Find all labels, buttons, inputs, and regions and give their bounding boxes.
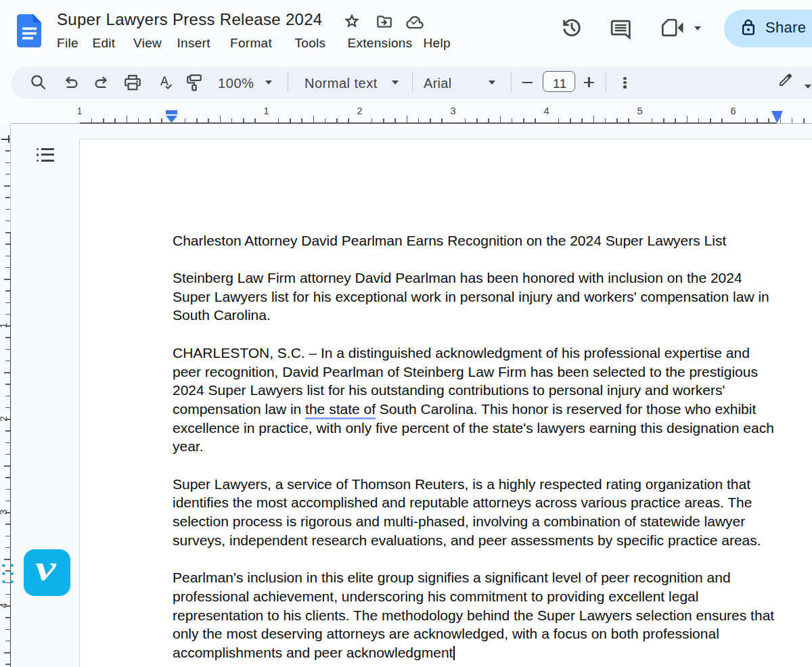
svg-text:1: 1 [0, 323, 9, 328]
svg-text:3: 3 [0, 509, 9, 515]
svg-text:4: 4 [0, 603, 9, 608]
svg-text:2: 2 [0, 416, 9, 421]
